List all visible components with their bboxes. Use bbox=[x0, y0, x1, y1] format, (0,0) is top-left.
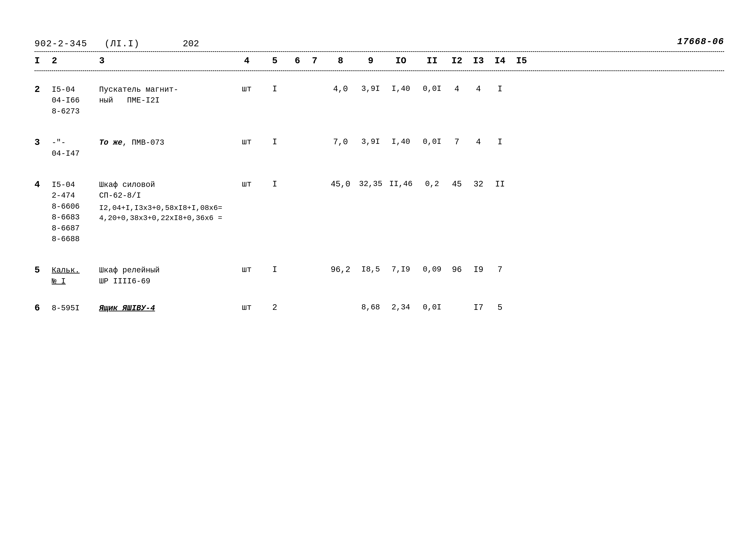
row-3-col12: 7 bbox=[446, 137, 468, 147]
row-4-col9: 32,35 bbox=[358, 179, 384, 189]
table-row: 2 I5-0404-I668-6273 Пускатель магнит- ны… bbox=[35, 73, 724, 126]
row-num-3: 3 bbox=[35, 137, 52, 148]
row-3-col10: I,40 bbox=[384, 137, 418, 146]
row-2-col2: I5-0404-I668-6273 bbox=[52, 84, 99, 117]
row-6-col2: 8-595I bbox=[52, 302, 99, 314]
row-4-col7 bbox=[306, 179, 323, 180]
col-header-2: 2 bbox=[52, 56, 99, 66]
row-5-col13: I9 bbox=[468, 264, 489, 274]
row-3-col11: 0,0I bbox=[418, 137, 446, 146]
row-5-col8: 96,2 bbox=[323, 264, 358, 274]
col-header-5: 5 bbox=[261, 56, 289, 66]
page-container: 902-2-345 (ЛI.I) 202 17668-06 I 2 3 4 5 … bbox=[35, 39, 724, 322]
row-6-col5: 2 bbox=[261, 302, 289, 312]
row-6-col12 bbox=[446, 302, 468, 303]
row-5-col10: 7,I9 bbox=[384, 264, 418, 274]
row-5-col11: 0,09 bbox=[418, 264, 446, 274]
row-2-col7 bbox=[306, 84, 323, 85]
row-num-2: 2 bbox=[35, 84, 52, 95]
row-6-col13: I7 bbox=[468, 302, 489, 312]
row-4-col11: 0,2 bbox=[418, 179, 446, 189]
row-6-col7 bbox=[306, 302, 323, 303]
col-header-7: 7 bbox=[306, 56, 323, 66]
row-3-col3: То же, ПМВ-073 bbox=[99, 137, 233, 148]
row-4-col15 bbox=[511, 179, 532, 180]
row-2-col13: 4 bbox=[468, 84, 489, 94]
row-2-col8: 4,0 bbox=[323, 84, 358, 94]
row-4-col12: 45 bbox=[446, 179, 468, 189]
row-2-col9: 3,9I bbox=[358, 84, 384, 93]
row-4-col3: Шкаф силовой СП-62-8/I I2,04+I,I3x3+0,58… bbox=[99, 179, 233, 223]
doc-code: (ЛI.I) bbox=[104, 39, 140, 49]
row-4-col10: II,46 bbox=[384, 179, 418, 189]
row-2-col3: Пускатель магнит- ный ПМЕ-I2I bbox=[99, 84, 233, 106]
header-line: 902-2-345 (ЛI.I) 202 17668-06 bbox=[35, 39, 724, 49]
doc-number: 902-2-345 bbox=[35, 39, 87, 49]
row-3-col14: I bbox=[489, 137, 511, 147]
row-2-col10: I,40 bbox=[384, 84, 418, 93]
row-2-col15 bbox=[511, 84, 532, 85]
col-header-1: I bbox=[35, 56, 52, 66]
col-header-6: 6 bbox=[289, 56, 306, 66]
row-num-4: 4 bbox=[35, 179, 52, 190]
row-6-col4: шт bbox=[233, 302, 261, 312]
row-5-col6 bbox=[289, 264, 306, 265]
header-bottom-line bbox=[35, 70, 724, 71]
row-6-col15 bbox=[511, 302, 532, 303]
row-6-col6 bbox=[289, 302, 306, 303]
row-3-col2: -"-04-I47 bbox=[52, 137, 99, 159]
row-2-col12: 4 bbox=[446, 84, 468, 94]
row-3-col9: 3,9I bbox=[358, 137, 384, 146]
table-row: 6 8-595I Ящик ЯШIВУ-4 шт 2 8,68 2,34 0,0… bbox=[35, 296, 724, 322]
table-row: 5 Кальк.№ I Шкаф релейный ШР IIII6-69 шт… bbox=[35, 253, 724, 296]
row-4-col4: шт bbox=[233, 179, 261, 189]
row-3-col6 bbox=[289, 137, 306, 138]
row-5-col2: Кальк.№ I bbox=[52, 264, 99, 287]
row-3-col8: 7,0 bbox=[323, 137, 358, 147]
row-4-col2: I5-042-4748-66068-66838-66878-6688 bbox=[52, 179, 99, 244]
row-3-col5: I bbox=[261, 137, 289, 147]
row-2-col11: 0,0I bbox=[418, 84, 446, 93]
row-4-col13: 32 bbox=[468, 179, 489, 189]
row-5-col9: I8,5 bbox=[358, 264, 384, 274]
row-2-col14: I bbox=[489, 84, 511, 94]
row-4-col6 bbox=[289, 179, 306, 180]
row-2-col5: I bbox=[261, 84, 289, 94]
doc-page: 202 bbox=[183, 39, 199, 49]
row-3-col4: шт bbox=[233, 137, 261, 147]
row-5-col7 bbox=[306, 264, 323, 265]
row-6-col9: 8,68 bbox=[358, 302, 384, 312]
col-header-4: 4 bbox=[233, 56, 261, 66]
col-header-3: 3 bbox=[99, 56, 233, 66]
col-header-11: II bbox=[418, 56, 446, 66]
col-header-8: 8 bbox=[323, 56, 358, 66]
table-row: 4 I5-042-4748-66068-66838-66878-6688 Шка… bbox=[35, 168, 724, 253]
top-separator bbox=[35, 51, 724, 52]
row-4-col14: II bbox=[489, 179, 511, 189]
row-5-col3: Шкаф релейный ШР IIII6-69 bbox=[99, 264, 233, 287]
row-num-6: 6 bbox=[35, 302, 52, 313]
col-header-9: 9 bbox=[358, 56, 384, 66]
row-4-col8: 45,0 bbox=[323, 179, 358, 189]
col-header-14: I4 bbox=[489, 56, 511, 66]
column-headers: I 2 3 4 5 6 7 8 9 IO II I2 I3 I4 I5 bbox=[35, 53, 724, 69]
row-2-col6 bbox=[289, 84, 306, 85]
row-5-col12: 96 bbox=[446, 264, 468, 274]
row-num-5: 5 bbox=[35, 264, 52, 275]
row-2-col4: шт bbox=[233, 84, 261, 94]
row-3-col7 bbox=[306, 137, 323, 138]
row-6-col8 bbox=[323, 302, 358, 303]
row-3-col13: 4 bbox=[468, 137, 489, 147]
table-row: 3 -"-04-I47 То же, ПМВ-073 шт I 7,0 3,9I… bbox=[35, 126, 724, 168]
col-header-12: I2 bbox=[446, 56, 468, 66]
row-6-col10: 2,34 bbox=[384, 302, 418, 312]
row-5-col15 bbox=[511, 264, 532, 265]
row-5-col5: I bbox=[261, 264, 289, 274]
row-6-col11: 0,0I bbox=[418, 302, 446, 312]
col-header-13: I3 bbox=[468, 56, 489, 66]
col-header-10: IO bbox=[384, 56, 418, 66]
stamp-number: 17668-06 bbox=[677, 37, 724, 47]
row-3-col15 bbox=[511, 137, 532, 138]
col-header-15: I5 bbox=[511, 56, 532, 66]
row-6-col14: 5 bbox=[489, 302, 511, 312]
